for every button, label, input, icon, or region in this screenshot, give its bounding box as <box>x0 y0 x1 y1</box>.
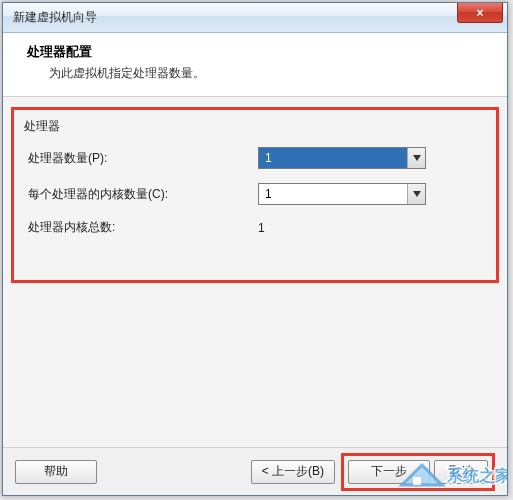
combo-cores-per-cpu[interactable]: 1 <box>258 183 426 205</box>
titlebar: 新建虚拟机向导 × <box>3 3 507 33</box>
wizard-footer: 帮助 < 上一步(B) 下一步 取消 系统之家 <box>3 447 507 495</box>
label-cores-per-cpu: 每个处理器的内核数量(C): <box>28 186 258 203</box>
wizard-window: 新建虚拟机向导 × 处理器配置 为此虚拟机指定处理器数量。 处理器 处理器数量(… <box>2 2 508 496</box>
row-total-cores: 处理器内核总数: 1 <box>24 219 486 236</box>
next-button[interactable]: 下一步 <box>348 460 430 484</box>
annotation-highlight-box: 处理器 处理器数量(P): 1 每个处理器的内核数量(C): 1 <box>11 107 499 283</box>
combo-cores-per-cpu-value: 1 <box>259 187 407 201</box>
label-cpu-count: 处理器数量(P): <box>28 150 258 167</box>
row-cpu-count: 处理器数量(P): 1 <box>24 147 486 169</box>
value-total-cores: 1 <box>258 221 265 235</box>
group-label-processors: 处理器 <box>24 118 486 135</box>
wizard-content: 处理器 处理器数量(P): 1 每个处理器的内核数量(C): 1 <box>3 97 507 447</box>
close-button[interactable]: × <box>457 3 503 23</box>
chevron-down-icon <box>413 191 421 197</box>
help-button[interactable]: 帮助 <box>15 460 97 484</box>
wizard-header: 处理器配置 为此虚拟机指定处理器数量。 <box>3 33 507 97</box>
combo-cpu-count[interactable]: 1 <box>258 147 426 169</box>
close-icon: × <box>476 6 483 20</box>
page-subtitle: 为此虚拟机指定处理器数量。 <box>27 65 487 82</box>
combo-cpu-count-button[interactable] <box>407 148 425 168</box>
window-title: 新建虚拟机向导 <box>13 9 97 26</box>
label-total-cores: 处理器内核总数: <box>28 219 258 236</box>
combo-cores-per-cpu-button[interactable] <box>407 184 425 204</box>
annotation-highlight-next: 下一步 取消 <box>341 453 495 491</box>
combo-cpu-count-value: 1 <box>259 151 407 165</box>
back-button[interactable]: < 上一步(B) <box>251 460 335 484</box>
chevron-down-icon <box>413 155 421 161</box>
row-cores-per-cpu: 每个处理器的内核数量(C): 1 <box>24 183 486 205</box>
page-title: 处理器配置 <box>27 43 487 61</box>
cancel-button[interactable]: 取消 <box>434 460 488 484</box>
